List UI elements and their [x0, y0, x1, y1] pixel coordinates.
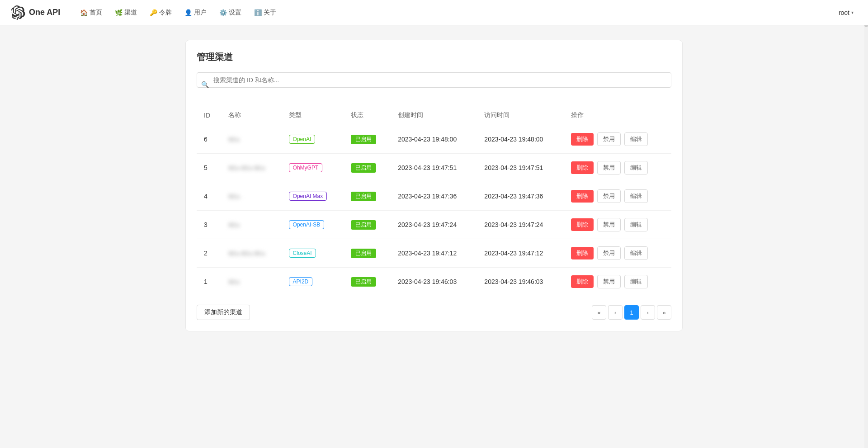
pagination-last[interactable]: » [657, 305, 671, 320]
cell-status: 已启用 [344, 154, 391, 182]
dropdown-arrow-icon: ▾ [851, 10, 854, 15]
pagination-first[interactable]: « [592, 305, 606, 320]
search-icon: 🔍 [201, 81, 209, 88]
cell-actions: 删除禁用编辑 [564, 239, 671, 268]
cell-actions: 删除禁用编辑 [564, 154, 671, 182]
channel-name: BEa . [228, 193, 243, 200]
header: One API 🏠 首页 🌿 渠道 🔑 令牌 👤 用户 ⚙️ 设置 ℹ️ 关于 … [0, 0, 868, 25]
nav-channel[interactable]: 🌿 渠道 [109, 5, 142, 20]
cell-type: API2D [282, 268, 344, 296]
logo-icon [11, 5, 25, 20]
user-icon: 👤 [184, 9, 192, 16]
about-icon: ℹ️ [254, 9, 262, 16]
cell-accessed: 2023-04-23 19:47:24 [477, 211, 563, 239]
header-right: root ▾ [835, 7, 857, 18]
channel-name: BEa [228, 278, 240, 285]
edit-button[interactable]: 编辑 [624, 189, 648, 203]
cell-id: 4 [197, 182, 221, 211]
cell-id: 2 [197, 239, 221, 268]
edit-button[interactable]: 编辑 [624, 246, 648, 260]
logo[interactable]: One API [11, 5, 60, 20]
nav-home-label: 首页 [90, 9, 102, 17]
user-menu[interactable]: root ▾ [835, 7, 857, 18]
channel-name: BEa BEa BEa [228, 250, 265, 257]
home-icon: 🏠 [80, 9, 88, 16]
edit-button[interactable]: 编辑 [624, 218, 648, 231]
action-buttons: 删除禁用编辑 [571, 218, 664, 231]
nav-about-label: 关于 [264, 9, 276, 17]
cell-accessed: 2023-04-23 19:48:00 [477, 125, 563, 154]
disable-button[interactable]: 禁用 [597, 246, 621, 260]
nav-settings[interactable]: ⚙️ 设置 [214, 5, 247, 20]
disable-button[interactable]: 禁用 [597, 275, 621, 288]
delete-button[interactable]: 删除 [571, 190, 594, 203]
col-type: 类型 [282, 106, 344, 125]
nav-about[interactable]: ℹ️ 关于 [249, 5, 282, 20]
search-wrapper: 🔍 [197, 72, 671, 97]
settings-icon: ⚙️ [219, 9, 227, 16]
bottom-bar: 添加新的渠道 « ‹ 1 › » [197, 305, 671, 320]
nav-token[interactable]: 🔑 令牌 [144, 5, 177, 20]
nav: 🏠 首页 🌿 渠道 🔑 令牌 👤 用户 ⚙️ 设置 ℹ️ 关于 [75, 5, 835, 20]
table-row: 2BEa BEa BEaCloseAI已启用2023-04-23 19:47:1… [197, 239, 671, 268]
nav-settings-label: 设置 [229, 9, 241, 17]
cell-id: 1 [197, 268, 221, 296]
cell-created: 2023-04-23 19:47:24 [391, 211, 477, 239]
status-badge: 已启用 [351, 135, 376, 144]
type-badge: OhMyGPT [289, 163, 323, 172]
status-badge: 已启用 [351, 249, 376, 258]
delete-button[interactable]: 删除 [571, 275, 594, 288]
table-row: 3BEaOpenAI-SB已启用2023-04-23 19:47:242023-… [197, 211, 671, 239]
pagination-current[interactable]: 1 [624, 305, 639, 320]
disable-button[interactable]: 禁用 [597, 161, 621, 174]
edit-button[interactable]: 编辑 [624, 275, 648, 288]
edit-button[interactable]: 编辑 [624, 161, 648, 174]
delete-button[interactable]: 删除 [571, 218, 594, 231]
user-name: root [839, 9, 849, 16]
cell-created: 2023-04-23 19:47:36 [391, 182, 477, 211]
cell-created: 2023-04-23 19:46:03 [391, 268, 477, 296]
type-badge: OpenAI Max [289, 192, 327, 201]
pagination-next[interactable]: › [641, 305, 655, 320]
delete-button[interactable]: 删除 [571, 161, 594, 174]
disable-button[interactable]: 禁用 [597, 189, 621, 203]
scrollbar[interactable] [864, 0, 868, 448]
action-buttons: 删除禁用编辑 [571, 132, 664, 146]
disable-button[interactable]: 禁用 [597, 132, 621, 146]
channel-name: BEa [228, 136, 240, 143]
cell-name: BEa [221, 268, 281, 296]
page-title: 管理渠道 [197, 51, 671, 63]
cell-type: CloseAI [282, 239, 344, 268]
cell-accessed: 2023-04-23 19:46:03 [477, 268, 563, 296]
table-row: 1BEaAPI2D已启用2023-04-23 19:46:032023-04-2… [197, 268, 671, 296]
cell-status: 已启用 [344, 211, 391, 239]
search-input[interactable] [197, 72, 671, 88]
col-status: 状态 [344, 106, 391, 125]
table-row: 5BEa BEa BEaOhMyGPT已启用2023-04-23 19:47:5… [197, 154, 671, 182]
status-badge: 已启用 [351, 192, 376, 201]
channel-name: BEa BEa BEa [228, 165, 265, 171]
cell-accessed: 2023-04-23 19:47:12 [477, 239, 563, 268]
cell-accessed: 2023-04-23 19:47:36 [477, 182, 563, 211]
logo-text: One API [29, 8, 60, 17]
delete-button[interactable]: 删除 [571, 247, 594, 259]
cell-type: OpenAI [282, 125, 344, 154]
col-accessed: 访问时间 [477, 106, 563, 125]
token-icon: 🔑 [150, 9, 157, 16]
pagination-prev[interactable]: ‹ [608, 305, 623, 320]
table-row: 4BEa .OpenAI Max已启用2023-04-23 19:47:3620… [197, 182, 671, 211]
type-badge: CloseAI [289, 249, 316, 258]
delete-button[interactable]: 删除 [571, 133, 594, 146]
type-badge: OpenAI-SB [289, 220, 325, 229]
add-channel-button[interactable]: 添加新的渠道 [197, 305, 250, 320]
table-body: 6BEaOpenAI已启用2023-04-23 19:48:002023-04-… [197, 125, 671, 296]
disable-button[interactable]: 禁用 [597, 218, 621, 231]
nav-home[interactable]: 🏠 首页 [75, 5, 108, 20]
table-row: 6BEaOpenAI已启用2023-04-23 19:48:002023-04-… [197, 125, 671, 154]
nav-user[interactable]: 👤 用户 [179, 5, 212, 20]
col-name: 名称 [221, 106, 281, 125]
edit-button[interactable]: 编辑 [624, 132, 648, 146]
status-badge: 已启用 [351, 163, 376, 173]
cell-actions: 删除禁用编辑 [564, 211, 671, 239]
cell-actions: 删除禁用编辑 [564, 182, 671, 211]
